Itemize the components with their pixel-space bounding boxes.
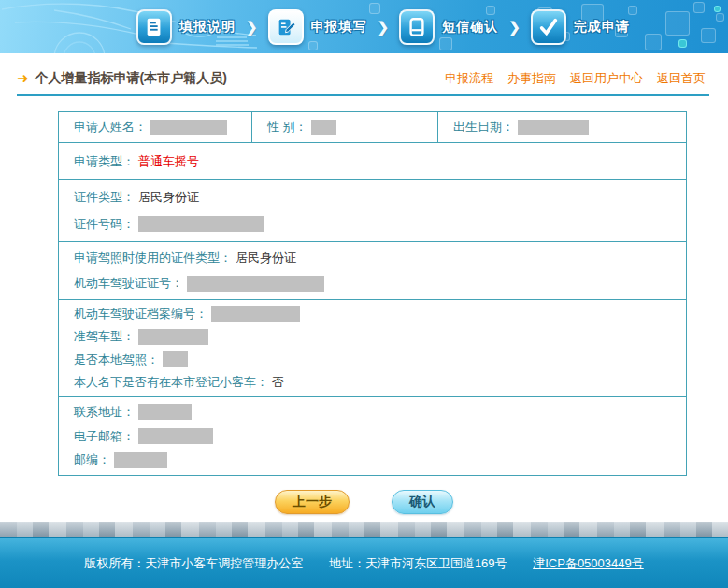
masked-license-file-number (211, 306, 300, 322)
checkmark-icon (531, 9, 566, 45)
title-divider (17, 94, 709, 96)
masked-local-license (163, 351, 188, 367)
step-arrow-icon: ❯ (246, 19, 258, 36)
field-id-type: 证件类型： 居民身份证 (74, 188, 686, 207)
field-zip-code: 邮编： (74, 451, 686, 469)
masked-birth-date (518, 120, 589, 135)
masked-zip-code (114, 452, 167, 468)
field-address: 联系地址： (74, 403, 686, 422)
row-basic-info: 申请人姓名： 性 别： 出生日期： (59, 112, 686, 142)
step-label: 填报说明 (179, 19, 236, 36)
application-page: 填报说明 ❯ 申报填写 ❯ (0, 0, 728, 588)
step-label: 申报填写 (311, 19, 367, 36)
link-back-user-center[interactable]: 返回用户中心 (570, 70, 643, 87)
field-license-number: 机动车驾驶证证号： (74, 274, 686, 293)
step-fill-instructions: 填报说明 (136, 9, 236, 45)
step-label: 短信确认 (442, 19, 498, 36)
masked-vehicle-class (138, 329, 208, 345)
step-sms-confirm: 短信确认 (399, 9, 498, 45)
link-back-home[interactable]: 返回首页 (657, 70, 706, 87)
row-contact: 联系地址： 电子邮箱： 邮编： (59, 396, 686, 475)
field-email: 电子邮箱： (74, 427, 686, 446)
copyright-text: 版权所有：天津市小客车调控管理办公室 (84, 556, 303, 570)
progress-steps: 填报说明 ❯ 申报填写 ❯ (136, 7, 630, 46)
masked-gender (311, 120, 336, 135)
masked-address (138, 404, 192, 420)
step-arrow-icon: ❯ (508, 19, 521, 36)
field-applicant-name: 申请人姓名： (59, 112, 251, 142)
document-icon (136, 9, 172, 45)
link-application-process[interactable]: 申报流程 (445, 70, 493, 87)
header-banner: 填报说明 ❯ 申报填写 ❯ (0, 0, 728, 53)
city-skyline-strip (0, 522, 728, 537)
apply-type-value: 普通车摇号 (138, 153, 199, 170)
prev-step-button[interactable]: 上一步 (275, 490, 350, 514)
license-id-type-value: 居民身份证 (236, 250, 296, 266)
page-header-row: ➜ 个人增量指标申请(本市户籍人员) 申报流程 办事指南 返回用户中心 返回首页 (0, 53, 728, 91)
field-id-number: 证件号码： (74, 215, 686, 234)
confirm-button[interactable]: 确认 (392, 490, 453, 514)
step-label: 完成申请 (574, 19, 630, 36)
sms-phone-icon (399, 9, 435, 45)
footer: 版权所有：天津市小客车调控管理办公室 地址：天津市河东区卫国道169号 津ICP… (0, 537, 728, 588)
page-title: 个人增量指标申请(本市户籍人员) (36, 70, 227, 87)
form-actions: 上一步 确认 (0, 490, 728, 514)
row-license-detail: 机动车驾驶证档案编号： 准驾车型： 是否本地驾照： 本人名下是否有在本市登记小客… (59, 299, 686, 396)
edit-form-icon (268, 9, 304, 45)
icp-link[interactable]: 津ICP备05003449号 (533, 556, 644, 570)
field-apply-type: 申请类型： 普通车摇号 (74, 152, 686, 171)
field-vehicle-class: 准驾车型： (74, 327, 686, 346)
field-gender: 性 别： (251, 112, 437, 142)
row-id-info: 证件类型： 居民身份证 证件号码： (59, 179, 686, 241)
footer-text: 版权所有：天津市小客车调控管理办公室 地址：天津市河东区卫国道169号 津ICP… (73, 555, 654, 572)
masked-license-number (187, 276, 324, 292)
orange-arrow-icon: ➜ (17, 70, 29, 87)
field-license-file-number: 机动车驾驶证档案编号： (74, 305, 686, 323)
owns-car-value: 否 (272, 374, 284, 391)
step-arrow-icon: ❯ (378, 19, 390, 36)
application-form: 申请人姓名： 性 别： 出生日期： 申请类型： 普通车摇号 证件类型： 居民身份… (58, 111, 687, 476)
step-complete: 完成申请 (531, 9, 630, 45)
row-apply-type: 申请类型： 普通车摇号 (59, 142, 686, 179)
header-nav: 申报流程 办事指南 返回用户中心 返回首页 (445, 70, 706, 87)
row-license-id: 申请驾照时使用的证件类型： 居民身份证 机动车驾驶证证号： (59, 241, 686, 299)
link-service-guide[interactable]: 办事指南 (507, 70, 556, 87)
id-type-value: 居民身份证 (138, 189, 199, 206)
field-license-id-type: 申请驾照时使用的证件类型： 居民身份证 (74, 249, 686, 267)
step-fill-application: 申报填写 (268, 9, 367, 45)
masked-email (138, 428, 213, 444)
field-owns-car: 本人名下是否有在本市登记小客车： 否 (74, 373, 686, 392)
masked-id-number (138, 216, 264, 232)
masked-applicant-name (150, 120, 227, 135)
field-local-license: 是否本地驾照： (74, 351, 686, 369)
address-text: 地址：天津市河东区卫国道169号 (329, 556, 507, 570)
field-birth-date: 出生日期： (437, 112, 686, 142)
